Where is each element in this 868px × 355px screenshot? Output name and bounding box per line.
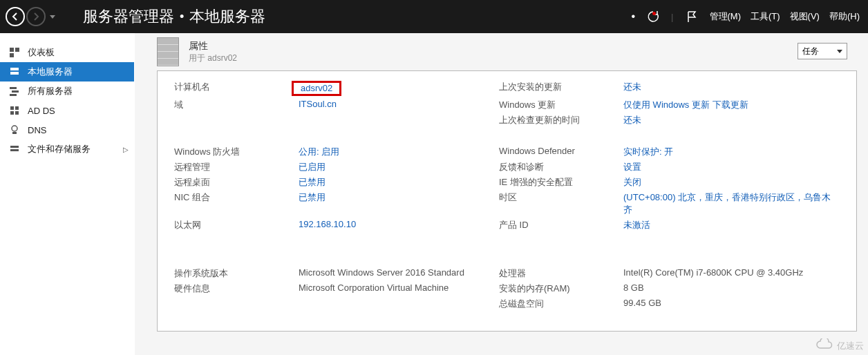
sidebar-item-dashboard[interactable]: 仪表板 <box>0 43 134 62</box>
svg-rect-2 <box>10 53 14 57</box>
field-value-link[interactable]: 仅使用 Windows 更新 下载更新 <box>623 99 840 111</box>
svg-rect-11 <box>15 111 19 115</box>
field-label: Windows Defender <box>499 146 616 158</box>
svg-rect-15 <box>10 149 19 151</box>
chevron-down-icon <box>837 50 842 53</box>
tasks-dropdown-button[interactable]: 任务 <box>798 43 847 59</box>
computer-name-highlight: adsrv02 <box>292 81 341 96</box>
refresh-bullet: • <box>632 10 636 23</box>
content-area: 仪表板 本地服务器 所有服务器 AD DS DNS <box>0 33 868 355</box>
history-dropdown-icon[interactable] <box>50 15 55 19</box>
menu-help[interactable]: 帮助(H) <box>829 10 860 23</box>
breadcrumb-root[interactable]: 服务器管理器 <box>83 6 174 27</box>
field-label: 以太网 <box>174 219 292 231</box>
sidebar-item-all-servers[interactable]: 所有服务器 <box>0 81 134 101</box>
field-value-link[interactable]: 还未 <box>623 114 840 126</box>
topbar-right: • | 管理(M) 工具(T) 视图(V) 帮助(H) <box>632 8 869 25</box>
sidebar-item-dns[interactable]: DNS <box>0 120 134 140</box>
cloud-icon <box>815 338 834 354</box>
svg-rect-13 <box>12 132 17 134</box>
properties-panel: 计算机名 adsrv02 上次安装的更新 还未 域 ITSoul.cn Wind… <box>157 70 857 332</box>
sidebar-item-label: DNS <box>28 125 46 135</box>
nav-arrows <box>0 7 55 26</box>
properties-subtitle: 用于 adsrv02 <box>189 52 237 64</box>
svg-rect-9 <box>15 106 19 110</box>
menu-view[interactable]: 视图(V) <box>790 10 820 23</box>
back-button[interactable] <box>6 7 25 26</box>
sidebar-item-adds[interactable]: AD DS <box>0 101 134 120</box>
field-label: Windows 防火墙 <box>174 146 292 158</box>
field-value-link[interactable]: 已启用 <box>299 161 492 173</box>
server-icon <box>8 66 21 77</box>
field-label: 操作系统版本 <box>174 267 292 280</box>
sidebar-item-label: 本地服务器 <box>28 66 73 78</box>
field-label: 远程管理 <box>174 161 292 173</box>
computer-name-link[interactable]: adsrv02 <box>301 83 332 93</box>
refresh-icon[interactable] <box>645 8 661 25</box>
field-label: 上次安装的更新 <box>499 81 616 96</box>
field-value: 99.45 GB <box>623 298 840 310</box>
tasks-label: 任务 <box>802 46 819 57</box>
svg-rect-8 <box>10 106 14 110</box>
field-label: 产品 ID <box>499 219 616 231</box>
svg-rect-6 <box>12 90 19 93</box>
field-value-link[interactable]: 关闭 <box>623 176 840 189</box>
svg-point-12 <box>12 126 17 131</box>
menu-tools[interactable]: 工具(T) <box>751 10 780 23</box>
field-value-link[interactable]: 设置 <box>623 161 840 173</box>
main-panel: 属性 用于 adsrv02 任务 计算机名 adsrv02 上次安装的更新 还未… <box>135 33 868 355</box>
field-label: 安装的内存(RAM) <box>499 282 616 295</box>
field-value: Microsoft Corporation Virtual Machine <box>299 282 492 295</box>
sidebar-item-local-server[interactable]: 本地服务器 <box>0 62 134 81</box>
field-value: 8 GB <box>623 282 840 295</box>
forward-button[interactable] <box>26 7 46 26</box>
field-label: IE 增强的安全配置 <box>499 176 616 189</box>
field-value-link[interactable]: 还未 <box>623 81 840 96</box>
field-label: 总磁盘空间 <box>499 298 616 310</box>
field-label: 域 <box>174 99 292 111</box>
breadcrumb: 服务器管理器 • 本地服务器 <box>83 6 265 27</box>
sidebar-item-file-storage[interactable]: 文件和存储服务 ▷ <box>0 140 134 159</box>
svg-rect-4 <box>10 72 19 75</box>
field-label: NIC 组合 <box>174 191 292 216</box>
field-label: 处理器 <box>499 267 616 280</box>
sidebar-item-label: AD DS <box>28 106 55 116</box>
field-value-link[interactable]: 192.168.10.10 <box>299 219 492 231</box>
adds-icon <box>8 105 21 116</box>
servers-icon <box>8 86 21 97</box>
field-value-link[interactable]: 已禁用 <box>299 176 492 189</box>
properties-grid: 计算机名 adsrv02 上次安装的更新 还未 域 ITSoul.cn Wind… <box>174 81 840 310</box>
sidebar-item-label: 文件和存储服务 <box>28 143 91 155</box>
chevron-right-icon: ▷ <box>123 146 129 153</box>
field-value-link[interactable]: 已禁用 <box>299 191 492 216</box>
field-label: 上次检查更新的时间 <box>499 114 616 126</box>
server-stack-icon <box>157 37 179 66</box>
top-bar: 服务器管理器 • 本地服务器 • | 管理(M) 工具(T) 视图(V) 帮助(… <box>0 0 868 33</box>
field-label: Windows 更新 <box>499 99 616 111</box>
svg-rect-0 <box>10 48 14 52</box>
field-label: 硬件信息 <box>174 282 292 295</box>
menu-manage[interactable]: 管理(M) <box>710 10 742 23</box>
svg-rect-14 <box>10 146 19 148</box>
field-label: 时区 <box>499 191 616 216</box>
properties-title: 属性 <box>189 40 237 52</box>
dashboard-icon <box>8 47 21 58</box>
watermark-text: 亿速云 <box>837 340 864 352</box>
storage-icon <box>8 144 21 155</box>
field-value-link[interactable]: (UTC+08:00) 北京，重庆，香港特别行政区，乌鲁木齐 <box>623 191 840 216</box>
notifications-flag-icon[interactable] <box>683 8 700 25</box>
sidebar: 仪表板 本地服务器 所有服务器 AD DS DNS <box>0 33 135 355</box>
refresh-alert-dot <box>652 12 656 15</box>
field-value-link[interactable]: 实时保护: 开 <box>623 146 840 158</box>
breadcrumb-current[interactable]: 本地服务器 <box>189 6 265 27</box>
svg-rect-7 <box>10 94 17 96</box>
field-value-link[interactable]: 未激活 <box>623 219 840 231</box>
watermark: 亿速云 <box>815 338 864 354</box>
svg-rect-5 <box>10 87 17 89</box>
properties-header: 属性 用于 adsrv02 任务 <box>135 33 868 70</box>
dns-icon <box>8 124 21 135</box>
field-value-link[interactable]: 公用: 启用 <box>299 146 492 158</box>
field-value: Intel(R) Core(TM) i7-6800K CPU @ 3.40GHz <box>623 267 840 280</box>
svg-rect-1 <box>15 48 19 52</box>
domain-link[interactable]: ITSoul.cn <box>299 99 492 111</box>
